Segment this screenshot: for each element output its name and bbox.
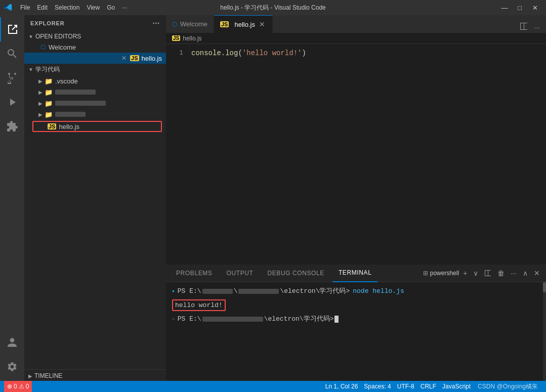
more-terminal-button[interactable]: ··· — [509, 268, 519, 278]
activity-bottom — [0, 330, 24, 379]
terminal-blurred-path-1 — [202, 289, 233, 294]
code-paren-close: ) — [302, 49, 306, 57]
maximize-button[interactable]: □ — [513, 3, 527, 13]
close-panel-button[interactable]: ✕ — [532, 268, 542, 278]
status-spaces[interactable]: Spaces: 4 — [361, 381, 394, 392]
code-dot: . — [221, 49, 225, 57]
shell-label: ⊞ powershell — [423, 270, 459, 277]
sidebar-more-button[interactable]: ··· — [153, 19, 160, 27]
activity-explorer[interactable] — [0, 17, 24, 41]
code-editor[interactable]: 1 console.log('hello world!') — [166, 44, 546, 265]
terminal-scrollbar[interactable] — [543, 282, 546, 381]
code-string: 'hello world!' — [242, 49, 302, 57]
status-line-ending[interactable]: CRLF — [417, 381, 439, 392]
close-button[interactable]: ✕ — [528, 3, 542, 13]
editor-breadcrumb: JS hello.js — [166, 33, 546, 44]
welcome-icon: ⬡ — [40, 43, 46, 51]
close-hellojs-button[interactable]: ✕ — [120, 54, 128, 62]
terminal-dropdown-button[interactable]: ∨ — [471, 268, 480, 278]
folder-section[interactable]: ▼ 学习代码 — [24, 64, 166, 75]
sidebar: EXPLORER ··· ▼ OPEN EDITORS ⬡ Welcome ✕ … — [24, 15, 166, 381]
more-actions-button[interactable]: ··· — [532, 22, 542, 32]
menu-file[interactable]: File — [17, 3, 33, 12]
open-editors-section[interactable]: ▼ OPEN EDITORS — [24, 31, 166, 41]
open-editors-label: OPEN EDITORS — [35, 33, 81, 40]
new-terminal-button[interactable]: + — [461, 268, 469, 278]
menu-go[interactable]: Go — [104, 3, 118, 12]
status-encoding[interactable]: UTF-8 — [394, 381, 417, 392]
open-editor-hellojs-label: hello.js — [142, 55, 162, 62]
status-position[interactable]: Ln 1, Col 26 — [322, 381, 361, 392]
welcome-tab-label: Welcome — [180, 20, 207, 28]
code-line-1: 1 console.log('hello world!') — [166, 48, 546, 58]
menu-view[interactable]: View — [83, 3, 103, 12]
status-errors[interactable]: ⊗ 0 ⚠ 0 — [4, 381, 32, 392]
code-paren-open: ( — [238, 49, 242, 57]
menu-bar[interactable]: File Edit Selection View Go ··· — [17, 3, 130, 12]
open-editor-hellojs[interactable]: ✕ JS hello.js — [24, 53, 166, 64]
hellojs-file-label: hello.js — [59, 123, 79, 130]
sidebar-title: EXPLORER — [30, 20, 65, 26]
menu-selection[interactable]: Selection — [52, 3, 82, 12]
folder-blurred-2-arrow: ▶ — [38, 101, 43, 106]
activity-settings[interactable] — [0, 355, 24, 379]
activity-search[interactable] — [0, 41, 24, 66]
menu-more[interactable]: ··· — [119, 3, 130, 12]
terminal-output-helloworld: hello world! — [172, 299, 226, 312]
status-language[interactable]: JavaScript — [439, 381, 474, 392]
activity-run[interactable] — [0, 90, 24, 114]
folder-blurred-3[interactable]: ▶ 📁 — [24, 109, 166, 120]
panel-tab-controls: ⊞ powershell + ∨ 🗑 ··· ∧ ✕ — [423, 268, 542, 278]
folder-blurred-2-label — [55, 101, 106, 106]
line-number-1: 1 — [166, 49, 191, 57]
code-console: console — [191, 49, 221, 57]
terminal-path-3-suffix: \electron\学习代码> — [264, 314, 334, 324]
tab-right-buttons[interactable]: ··· — [518, 21, 542, 33]
welcome-tab-icon: ⬡ — [172, 21, 177, 28]
folder-arrow: ▼ — [28, 67, 33, 72]
warning-icon: ⚠ — [19, 383, 24, 390]
terminal-path-1: PS E:\ — [178, 286, 201, 296]
activity-extensions[interactable] — [0, 114, 24, 139]
menu-edit[interactable]: Edit — [34, 3, 51, 12]
vscode-folder-arrow: ▶ — [38, 78, 43, 84]
error-icon: ⊗ — [7, 383, 12, 390]
terminal-area[interactable]: ● PS E:\ \ \electron\学习代码> node hello.js… — [166, 282, 546, 381]
folder-label: 学习代码 — [35, 65, 60, 74]
kill-terminal-button[interactable]: 🗑 — [495, 268, 507, 278]
folder-blurred-1[interactable]: ▶ 📁 — [24, 86, 166, 98]
terminal-sep: \ — [234, 286, 238, 296]
vscode-folder[interactable]: ▶ 📁 .vscode — [24, 75, 166, 86]
open-editor-welcome-label: Welcome — [49, 43, 76, 51]
breadcrumb-js-icon: JS — [172, 35, 180, 41]
activity-account[interactable] — [0, 330, 24, 355]
hellojs-tab-close[interactable]: ✕ — [258, 20, 266, 28]
open-editor-welcome[interactable]: ⬡ Welcome — [24, 41, 166, 53]
window-controls[interactable]: — □ ✕ — [497, 3, 542, 13]
main-area: EXPLORER ··· ▼ OPEN EDITORS ⬡ Welcome ✕ … — [0, 15, 546, 381]
activity-bar — [0, 15, 24, 381]
tab-terminal[interactable]: TERMINAL — [332, 265, 377, 282]
tab-output[interactable]: OUTPUT — [221, 265, 260, 282]
timeline-section[interactable]: ▶ TIMELINE — [24, 369, 166, 381]
tab-debug-console[interactable]: DEBUG CONSOLE — [261, 265, 330, 282]
terminal-scrollbar-thumb[interactable] — [543, 282, 546, 292]
title-bar-left: File Edit Selection View Go ··· — [4, 3, 130, 12]
minimize-button[interactable]: — — [497, 3, 512, 13]
window-title: hello.js - 学习代码 - Visual Studio Code — [220, 4, 326, 12]
terminal-blurred-path-3 — [202, 317, 263, 322]
folder-blurred-2[interactable]: ▶ 📁 — [24, 98, 166, 109]
tab-problems[interactable]: PROBLEMS — [170, 265, 219, 282]
tab-hellojs[interactable]: JS hello.js ✕ — [214, 15, 273, 33]
hellojs-file-item[interactable]: JS hello.js — [32, 121, 162, 132]
code-log: log — [225, 49, 238, 57]
tab-welcome[interactable]: ⬡ Welcome — [166, 15, 214, 33]
open-editors-arrow: ▼ — [28, 34, 33, 39]
activity-source-control[interactable] — [0, 66, 24, 90]
title-bar: File Edit Selection View Go ··· hello.js… — [0, 0, 546, 15]
maximize-panel-button[interactable]: ∧ — [521, 268, 530, 278]
split-editor-button[interactable] — [518, 21, 530, 33]
split-terminal-button[interactable] — [482, 269, 493, 278]
breadcrumb-file: hello.js — [183, 35, 201, 42]
editor-area: ⬡ Welcome JS hello.js ✕ ··· JS hello. — [166, 15, 546, 381]
